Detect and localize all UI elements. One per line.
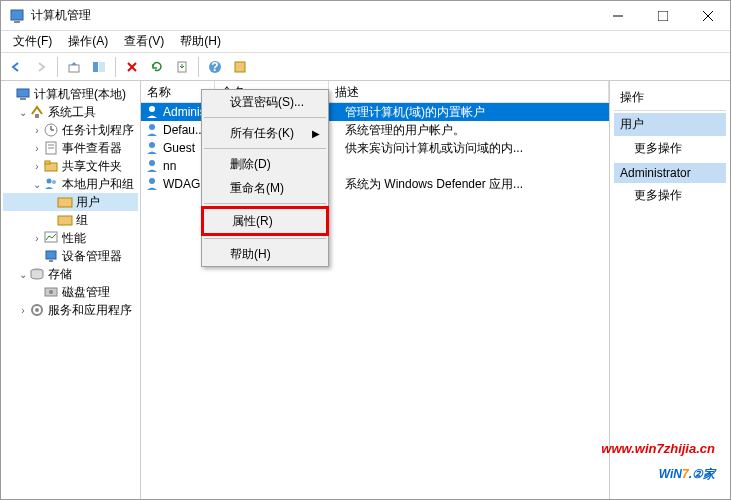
tree-systools[interactable]: ⌄系统工具 bbox=[3, 103, 138, 121]
toolbar: ? bbox=[1, 53, 730, 81]
tree-shared[interactable]: ›共享文件夹 bbox=[3, 157, 138, 175]
svg-rect-16 bbox=[20, 98, 26, 100]
menubar: 文件(F) 操作(A) 查看(V) 帮助(H) bbox=[1, 31, 730, 53]
submenu-arrow-icon: ▶ bbox=[312, 128, 320, 139]
menu-help[interactable]: 帮助(H) bbox=[172, 31, 229, 52]
tree-disk[interactable]: 磁盘管理 bbox=[3, 283, 138, 301]
user-icon bbox=[144, 104, 160, 120]
actions-more-2[interactable]: 更多操作 bbox=[614, 183, 726, 208]
svg-rect-14 bbox=[235, 62, 245, 72]
svg-rect-6 bbox=[69, 65, 79, 72]
watermark-logo: WiN7.②家 bbox=[601, 456, 715, 484]
ctx-rename[interactable]: 重命名(M) bbox=[202, 176, 328, 200]
svg-text:?: ? bbox=[211, 60, 218, 74]
tree-groups[interactable]: 组 bbox=[3, 211, 138, 229]
svg-point-42 bbox=[149, 178, 155, 184]
minimize-button[interactable] bbox=[595, 1, 640, 31]
ctx-help[interactable]: 帮助(H) bbox=[202, 242, 328, 266]
ctx-properties[interactable]: 属性(R) bbox=[204, 209, 326, 233]
tree-task[interactable]: ›任务计划程序 bbox=[3, 121, 138, 139]
svg-rect-8 bbox=[99, 62, 105, 72]
help-button[interactable]: ? bbox=[204, 56, 226, 78]
show-hide-button[interactable] bbox=[88, 56, 110, 78]
separator bbox=[198, 57, 199, 77]
svg-point-35 bbox=[49, 290, 53, 294]
ctx-setpassword[interactable]: 设置密码(S)... bbox=[202, 90, 328, 114]
separator bbox=[57, 57, 58, 77]
svg-rect-32 bbox=[49, 260, 53, 262]
actions-panel: 操作 用户 更多操作 Administrator 更多操作 bbox=[610, 81, 730, 499]
separator bbox=[204, 203, 326, 204]
svg-point-26 bbox=[47, 179, 52, 184]
context-menu: 设置密码(S)... 所有任务(K)▶ 删除(D) 重命名(M) 属性(R) 帮… bbox=[201, 89, 329, 267]
watermark-url: www.win7zhijia.cn bbox=[601, 441, 715, 456]
svg-point-40 bbox=[149, 142, 155, 148]
forward-button[interactable] bbox=[30, 56, 52, 78]
menu-file[interactable]: 文件(F) bbox=[5, 31, 60, 52]
svg-rect-29 bbox=[58, 216, 72, 225]
watermark: www.win7zhijia.cn WiN7.②家 bbox=[601, 441, 715, 484]
svg-rect-15 bbox=[17, 89, 29, 97]
svg-point-39 bbox=[149, 124, 155, 130]
svg-point-37 bbox=[35, 308, 39, 312]
tree-event[interactable]: ›事件查看器 bbox=[3, 139, 138, 157]
actions-header: 操作 bbox=[614, 85, 726, 111]
user-icon bbox=[144, 122, 160, 138]
up-button[interactable] bbox=[63, 56, 85, 78]
svg-point-27 bbox=[52, 180, 56, 184]
svg-point-38 bbox=[149, 106, 155, 112]
svg-rect-31 bbox=[46, 251, 56, 259]
separator bbox=[204, 148, 326, 149]
user-icon bbox=[144, 176, 160, 192]
separator bbox=[204, 117, 326, 118]
svg-rect-7 bbox=[93, 62, 98, 72]
close-button[interactable] bbox=[685, 1, 730, 31]
actions-section-users: 用户 bbox=[614, 113, 726, 136]
maximize-button[interactable] bbox=[640, 1, 685, 31]
svg-rect-28 bbox=[58, 198, 72, 207]
titlebar: 计算机管理 bbox=[1, 1, 730, 31]
svg-rect-1 bbox=[14, 21, 20, 23]
highlight-box: 属性(R) bbox=[201, 206, 329, 236]
tree-localug[interactable]: ⌄本地用户和组 bbox=[3, 175, 138, 193]
actions-section-admin: Administrator bbox=[614, 163, 726, 183]
separator bbox=[204, 238, 326, 239]
delete-button[interactable] bbox=[121, 56, 143, 78]
tree-users[interactable]: 用户 bbox=[3, 193, 138, 211]
actions-more-1[interactable]: 更多操作 bbox=[614, 136, 726, 161]
export-button[interactable] bbox=[171, 56, 193, 78]
menu-action[interactable]: 操作(A) bbox=[60, 31, 116, 52]
tree-storage[interactable]: ⌄存储 bbox=[3, 265, 138, 283]
tree-panel: 计算机管理(本地) ⌄系统工具 ›任务计划程序 ›事件查看器 ›共享文件夹 ⌄本… bbox=[1, 81, 141, 499]
ctx-delete[interactable]: 删除(D) bbox=[202, 152, 328, 176]
tree-root[interactable]: 计算机管理(本地) bbox=[3, 85, 138, 103]
svg-rect-3 bbox=[658, 11, 668, 21]
col-desc[interactable]: 描述 bbox=[329, 81, 609, 102]
tree-devmgr[interactable]: 设备管理器 bbox=[3, 247, 138, 265]
refresh-button[interactable] bbox=[146, 56, 168, 78]
back-button[interactable] bbox=[5, 56, 27, 78]
user-icon bbox=[144, 140, 160, 156]
menu-view[interactable]: 查看(V) bbox=[116, 31, 172, 52]
svg-rect-0 bbox=[11, 10, 23, 20]
svg-rect-25 bbox=[45, 161, 50, 164]
svg-point-41 bbox=[149, 160, 155, 166]
svg-rect-17 bbox=[35, 114, 39, 118]
separator bbox=[115, 57, 116, 77]
user-icon bbox=[144, 158, 160, 174]
tree-services[interactable]: ›服务和应用程序 bbox=[3, 301, 138, 319]
ctx-alltasks[interactable]: 所有任务(K)▶ bbox=[202, 121, 328, 145]
window-title: 计算机管理 bbox=[31, 7, 595, 24]
app-icon bbox=[9, 8, 25, 24]
properties-button[interactable] bbox=[229, 56, 251, 78]
tree-perf[interactable]: ›性能 bbox=[3, 229, 138, 247]
